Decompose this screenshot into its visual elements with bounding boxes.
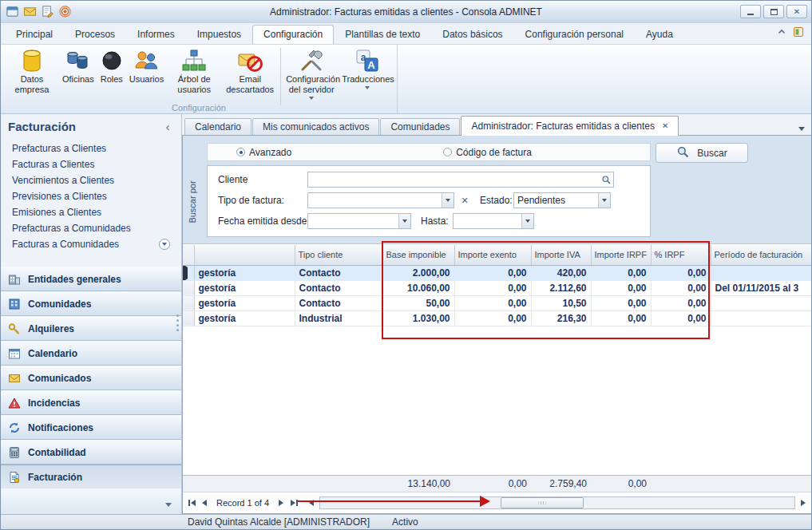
ribbon-button-traducciones[interactable]: aA Traducciones	[339, 46, 395, 91]
invoice-icon	[8, 471, 21, 484]
mail-icon[interactable]	[22, 4, 38, 19]
splitter-handle[interactable]	[176, 314, 179, 331]
table-row[interactable]: gestoría Contacto 10.060,00 0,00 2.112,6…	[183, 280, 812, 295]
ribbon-tab-informes[interactable]: Informes	[126, 25, 186, 44]
last-record-button[interactable]	[287, 496, 300, 509]
scroll-down-icon[interactable]	[159, 239, 170, 250]
chevron-down-icon[interactable]	[521, 214, 533, 228]
previous-record-button[interactable]	[198, 496, 211, 509]
column-header-pct-irpf[interactable]: % IRPF	[651, 245, 711, 265]
ribbon-tab-ayuda[interactable]: Ayuda	[635, 25, 684, 44]
sidebar-item-facturas-clientes[interactable]: Facturas a Clientes	[1, 156, 181, 172]
column-header-periodo[interactable]: Período de facturación	[711, 245, 812, 265]
notes-icon[interactable]	[40, 4, 55, 19]
ribbon-tab-plantillas[interactable]: Plantillas de texto	[334, 25, 431, 44]
close-button[interactable]: ✕	[786, 5, 807, 18]
sidebar-group-facturacion[interactable]: Facturación	[1, 465, 181, 489]
search-panel-side-label: Buscar por	[184, 166, 200, 238]
next-record-button[interactable]	[275, 496, 287, 509]
tipo-factura-combo[interactable]	[307, 192, 454, 208]
column-header-importe-exento[interactable]: Importe exento	[454, 245, 531, 265]
search-icon[interactable]	[599, 172, 613, 187]
warning-icon	[8, 397, 21, 409]
clear-filter-icon[interactable]: ✕	[458, 194, 471, 207]
app-icon[interactable]	[5, 4, 20, 19]
scroll-right-button[interactable]	[797, 496, 810, 509]
doc-tab-calendario[interactable]: Calendario	[184, 118, 252, 136]
sidebar-item-facturas-comunidades[interactable]: Facturas a Comunidades	[1, 236, 181, 252]
sidebar-group-alquileres[interactable]: Alquileres	[1, 316, 181, 341]
cliente-text-input[interactable]	[308, 173, 599, 186]
cliente-input[interactable]	[307, 172, 614, 188]
roles-icon	[99, 48, 125, 73]
sidebar-group-comunicados[interactable]: Comunicados	[1, 366, 181, 390]
table-row[interactable]: gestoría Contacto 50,00 0,00 10,50 0,00 …	[183, 295, 812, 310]
broadcast-icon[interactable]	[57, 4, 73, 19]
sidebar-group-comunidades[interactable]: Comunidades	[1, 291, 181, 316]
chevron-down-icon[interactable]	[442, 193, 454, 208]
sidebar-item-previsiones-clientes[interactable]: Previsiones a Clientes	[1, 188, 181, 204]
column-header-tipo-cliente[interactable]: Tipo cliente	[295, 245, 382, 265]
sidebar-item-vencimientos-clientes[interactable]: Vencimientos a Clientes	[1, 172, 181, 188]
ribbon-button-roles[interactable]: Roles	[97, 46, 127, 86]
ribbon-button-config-servidor[interactable]: Configuración del servidor	[283, 46, 339, 101]
radio-codigo-factura[interactable]: Código de factura	[443, 147, 532, 158]
collapse-sidebar-icon[interactable]: ‹	[161, 121, 174, 132]
window-title: Administrador: Facturas emitidas a clien…	[105, 6, 707, 18]
minimize-button[interactable]	[740, 5, 761, 18]
ribbon-button-usuarios[interactable]: Usuarios	[127, 46, 166, 86]
chevron-down-icon[interactable]	[398, 214, 410, 228]
table-row[interactable]: gestoría Contacto 2.000,00 0,00 420,00 0…	[183, 265, 812, 280]
radio-avanzado[interactable]: Avanzado	[236, 147, 291, 158]
column-header-nombre[interactable]	[194, 245, 295, 265]
column-header-base-imponible[interactable]: Base imponible	[382, 245, 454, 265]
ribbon-button-datos-empresa[interactable]: Datos empresa	[4, 46, 60, 97]
first-record-button[interactable]	[185, 496, 198, 509]
quick-access-toolbar	[1, 4, 73, 19]
sidebar-item-prefacturas-clientes[interactable]: Prefacturas a Clientes	[1, 140, 181, 156]
search-panel: Buscar por Avanzado Código de factura	[183, 136, 812, 244]
hasta-combo[interactable]	[453, 213, 534, 229]
sidebar-group-contabilidad[interactable]: Contabilidad	[1, 440, 181, 465]
sidebar-group-incidencias[interactable]: Incidencias	[1, 390, 181, 415]
ribbon-tab-procesos[interactable]: Procesos	[64, 25, 126, 44]
sidebar-item-emisiones-clientes[interactable]: Emisiones a Clientes	[1, 204, 181, 220]
buscar-button[interactable]: Buscar	[656, 143, 748, 163]
ribbon-tab-principal[interactable]: Principal	[5, 25, 64, 44]
grid-header-row: Tipo cliente Base imponible Importe exen…	[183, 245, 812, 265]
sidebar-group-notificaciones[interactable]: Notificaciones	[1, 415, 181, 440]
ribbon-tab-datos-basicos[interactable]: Datos básicos	[431, 25, 513, 44]
column-header-importe-iva[interactable]: Importe IVA	[531, 245, 591, 265]
discarded-email-icon	[237, 48, 263, 73]
sidebar-group-entidades-generales[interactable]: Entidades generales	[1, 267, 181, 291]
ribbon-collapse-icon[interactable]	[777, 27, 786, 39]
ribbon-button-email-descartados[interactable]: Email descartados	[222, 46, 278, 97]
users-icon	[133, 48, 159, 73]
doc-tab-comunicados-activos[interactable]: Mis comunicados activos	[252, 118, 379, 136]
ribbon-tab-configuracion[interactable]: Configuración	[252, 25, 334, 44]
status-state: Activo	[392, 516, 418, 528]
chevron-down-icon[interactable]	[598, 193, 610, 208]
column-header-importe-irpf[interactable]: Importe IRPF	[591, 245, 651, 265]
scroll-left-button[interactable]	[305, 496, 318, 509]
estado-combo[interactable]: Pendientes	[513, 192, 611, 208]
envelope-icon	[8, 372, 21, 385]
ribbon-button-arbol-usuarios[interactable]: Árbol de usuarios	[166, 46, 222, 97]
panel-toggle-icon[interactable]	[793, 26, 804, 40]
table-row[interactable]: gestoría Industrial 1.030,00 0,00 216,30…	[183, 310, 812, 326]
scrollbar-thumb[interactable]	[501, 497, 584, 508]
chevron-down-icon[interactable]	[165, 503, 172, 507]
sidebar-item-prefacturas-comunidades[interactable]: Prefacturas a Comunidades	[1, 220, 181, 236]
horizontal-scrollbar[interactable]	[319, 496, 795, 509]
doc-tab-facturas-emitidas[interactable]: Administrador: Facturas emitidas a clien…	[461, 116, 679, 136]
fecha-desde-combo[interactable]	[307, 213, 411, 229]
ribbon-tab-impuestos[interactable]: Impuestos	[186, 25, 252, 44]
user-tree-icon	[181, 48, 207, 73]
close-tab-icon[interactable]: ✕	[662, 122, 668, 130]
doc-tab-comunidades[interactable]: Comunidades	[380, 118, 460, 136]
sidebar-group-calendario[interactable]: Calendario	[1, 341, 181, 366]
tab-list-dropdown-icon[interactable]	[798, 127, 805, 131]
ribbon-tab-config-personal[interactable]: Configuración personal	[514, 25, 635, 44]
maximize-button[interactable]	[763, 5, 784, 18]
ribbon-button-oficinas[interactable]: Oficinas	[60, 46, 97, 86]
